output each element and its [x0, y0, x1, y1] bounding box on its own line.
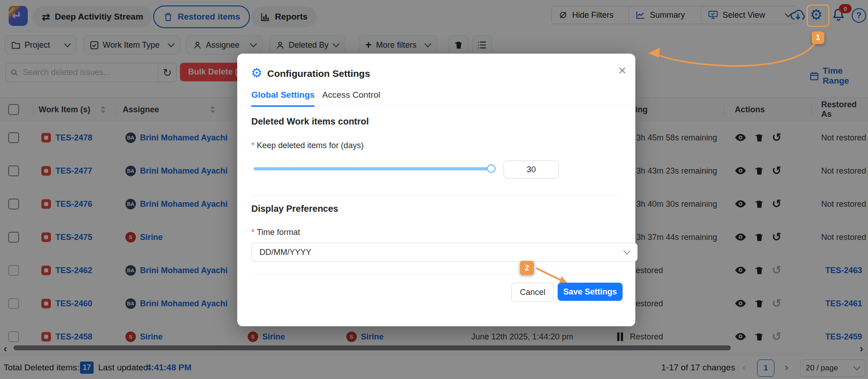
tab-global-settings[interactable]: Global Settings — [251, 90, 314, 107]
section-deleted-items-control: Deleted Work items control — [251, 116, 369, 127]
tab-access-control[interactable]: Access Control — [322, 90, 380, 100]
retention-days-slider[interactable] — [254, 167, 492, 170]
modal-title: Configuration Settings — [267, 68, 370, 79]
required-asterisk: * — [251, 228, 254, 237]
time-format-select[interactable]: DD/MM/YYYY — [251, 243, 638, 262]
close-icon[interactable]: × — [618, 64, 626, 77]
section-display-preferences: Display Preferences — [251, 204, 338, 214]
chevron-down-icon — [624, 248, 631, 255]
slider-handle[interactable] — [487, 164, 496, 173]
time-format-label: *Time format — [251, 228, 300, 237]
gear-highlight-box — [807, 5, 829, 27]
cancel-button[interactable]: Cancel — [511, 283, 554, 302]
retention-days-input[interactable]: 30 — [504, 160, 559, 179]
gear-icon: ⚙ — [251, 65, 262, 80]
save-settings-button[interactable]: Save Settings — [558, 283, 623, 301]
required-asterisk: * — [251, 141, 254, 150]
tour-step-1-badge: 1 — [812, 31, 824, 44]
tour-step-2-badge: 2 — [520, 261, 534, 275]
keep-deleted-label: *Keep deleted items for (days) — [251, 141, 364, 150]
configuration-settings-modal: ⚙ Configuration Settings × Global Settin… — [237, 54, 635, 326]
app-window: ↵ PRO ⇄ Deep Activitiy Stream Restored i… — [0, 0, 868, 379]
